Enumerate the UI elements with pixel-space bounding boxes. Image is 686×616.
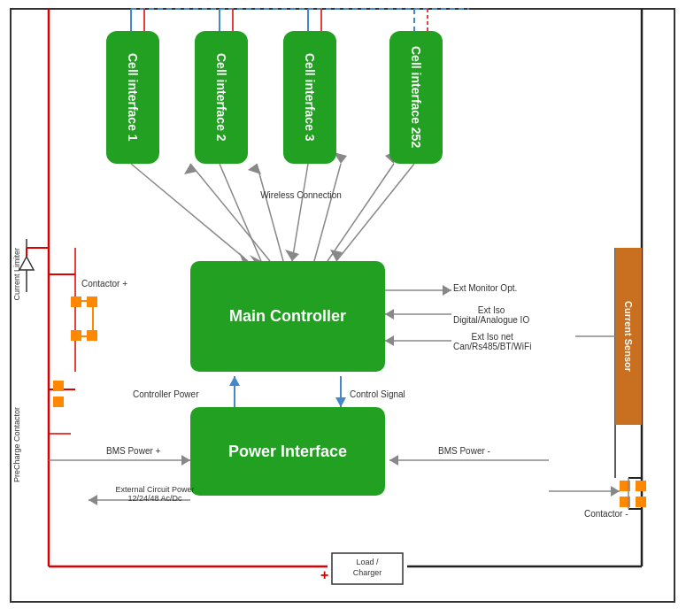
svg-marker-26 bbox=[330, 250, 343, 261]
svg-rect-72 bbox=[620, 481, 630, 491]
svg-marker-36 bbox=[443, 285, 451, 296]
svg-rect-58 bbox=[87, 296, 97, 307]
bms-power-plus-label: BMS Power + bbox=[106, 446, 160, 456]
bms-power-minus-label: BMS Power - bbox=[438, 446, 490, 456]
svg-rect-57 bbox=[71, 330, 81, 341]
contactor-minus-label: Contactor - bbox=[584, 509, 628, 519]
svg-marker-50 bbox=[89, 495, 97, 505]
svg-text:Charger: Charger bbox=[353, 568, 382, 577]
wireless-connection-label: Wireless Connection bbox=[257, 190, 345, 200]
svg-rect-59 bbox=[87, 330, 97, 341]
svg-line-31 bbox=[314, 164, 341, 261]
svg-rect-73 bbox=[620, 497, 630, 507]
svg-rect-74 bbox=[636, 481, 646, 491]
bms-diagram: + - Load / Charger bbox=[0, 0, 686, 616]
cell-interface-2: Cell interface 2 bbox=[195, 31, 248, 164]
svg-marker-28 bbox=[184, 164, 197, 174]
svg-marker-44 bbox=[335, 397, 346, 407]
precharge-contactor-label: PreCharge Contactor bbox=[12, 407, 21, 482]
svg-line-23 bbox=[292, 164, 308, 261]
contactor-plus-label: Contactor + bbox=[81, 279, 127, 289]
svg-marker-46 bbox=[181, 455, 190, 466]
main-controller-box: Main Controller bbox=[190, 261, 385, 372]
svg-line-33 bbox=[328, 164, 394, 261]
svg-line-19 bbox=[131, 164, 248, 261]
svg-text:Load /: Load / bbox=[356, 558, 379, 566]
cell-interface-252: Cell interface 252 bbox=[389, 31, 443, 164]
ext-iso-digital-label: Ext IsoDigital/Analogue IO bbox=[453, 305, 529, 325]
svg-marker-81 bbox=[611, 486, 620, 497]
svg-text:-: - bbox=[398, 567, 403, 582]
svg-line-27 bbox=[190, 164, 270, 261]
svg-rect-75 bbox=[636, 497, 646, 507]
external-circuit-power-label: External Circuit Power12/24/48 Ac/Dc bbox=[102, 485, 208, 503]
svg-marker-30 bbox=[248, 164, 261, 174]
svg-rect-7 bbox=[332, 553, 403, 584]
svg-line-29 bbox=[257, 164, 283, 261]
cell-interface-3: Cell interface 3 bbox=[283, 31, 336, 164]
svg-marker-42 bbox=[229, 376, 240, 386]
svg-marker-24 bbox=[285, 250, 299, 261]
svg-text:+: + bbox=[320, 567, 328, 582]
svg-rect-56 bbox=[71, 296, 81, 307]
control-signal-label: Control Signal bbox=[350, 389, 405, 399]
svg-marker-40 bbox=[385, 335, 394, 346]
current-sensor-box: Current Sensor bbox=[615, 248, 642, 425]
svg-line-25 bbox=[336, 164, 414, 261]
svg-line-21 bbox=[220, 164, 261, 261]
svg-rect-61 bbox=[53, 381, 64, 391]
current-limiter-label: Current Limiter bbox=[12, 248, 21, 301]
svg-marker-38 bbox=[385, 309, 394, 320]
svg-marker-48 bbox=[389, 455, 398, 466]
power-interface-box: Power Interface bbox=[190, 407, 385, 496]
ext-iso-net-label: Ext Iso netCan/Rs485/BT/WiFi bbox=[453, 332, 531, 351]
svg-marker-64 bbox=[19, 257, 34, 270]
svg-rect-62 bbox=[53, 397, 64, 407]
controller-power-label: Controller Power bbox=[133, 389, 198, 399]
ext-monitor-label: Ext Monitor Opt. bbox=[453, 283, 517, 293]
cell-interface-1: Cell interface 1 bbox=[106, 31, 159, 164]
